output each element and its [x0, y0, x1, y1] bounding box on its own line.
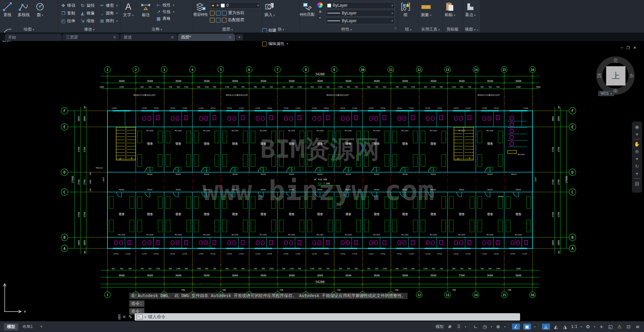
viewcube-east[interactable]: 东: [629, 73, 634, 79]
panel-draw-label[interactable]: 绘图▾: [0, 27, 58, 32]
text-tool[interactable]: A 文字▾: [121, 0, 136, 25]
measure-button[interactable]: 测量▾: [419, 0, 433, 25]
chevron-down-icon[interactable]: ▾: [636, 171, 638, 176]
color-wheel-icon[interactable]: [317, 2, 323, 8]
mirror-tool[interactable]: ◭镜像: [80, 10, 96, 16]
showmotion-icon[interactable]: ▤: [635, 181, 639, 186]
layer-select[interactable]: ● ☀ 0 ▾: [210, 2, 260, 9]
object-snap-tracking-icon[interactable]: ⊗: [495, 324, 501, 329]
rotate-tool[interactable]: ↻旋转: [80, 3, 96, 8]
steering-wheel-icon[interactable]: ◉: [635, 124, 639, 130]
chevron-down-icon[interactable]: ▾: [636, 132, 638, 137]
ortho-toggle-icon[interactable]: ∟: [473, 324, 479, 329]
chevron-down-icon[interactable]: ▾: [594, 325, 595, 328]
recent-commands-icon[interactable]: >_: [137, 314, 143, 320]
lineweight-select[interactable]: ByLayer▾: [326, 10, 395, 16]
panel-group-label[interactable]: 组▾: [398, 27, 418, 32]
close-icon[interactable]: ✕: [171, 34, 174, 41]
chevron-down-icon[interactable]: ▾: [534, 325, 536, 328]
panel-modify-label[interactable]: 修改▾: [58, 27, 121, 32]
dialog-launcher-icon[interactable]: ↘: [476, 28, 479, 31]
viewcube-top-face[interactable]: 上: [606, 66, 626, 86]
scale-tool[interactable]: ⇲缩放: [80, 18, 96, 24]
zoom-icon[interactable]: ⊕: [635, 149, 639, 154]
model-tab[interactable]: 模型: [4, 323, 18, 330]
file-tab-sanchengliang[interactable]: 三层梁✕: [62, 34, 120, 41]
wcs-selector[interactable]: WCS ▾: [598, 91, 614, 96]
command-input[interactable]: 键入命令: [148, 314, 166, 320]
fillet-tool[interactable]: ◞圆角▾: [99, 10, 119, 16]
chevron-down-icon[interactable]: ▾: [491, 325, 492, 328]
panel-block-label[interactable]: 块▾: [262, 27, 300, 32]
hardware-acceleration-warning-icon[interactable]: ⚠: [616, 324, 623, 329]
panel-layers-label[interactable]: 图层▾: [193, 27, 262, 32]
drag-handle-icon[interactable]: [118, 315, 121, 319]
file-tab-wuding[interactable]: 屋顶✕: [120, 34, 177, 41]
new-layout-button[interactable]: +: [37, 324, 46, 330]
close-icon[interactable]: ✕: [113, 34, 116, 41]
stretch-tool[interactable]: ◰拉伸: [61, 18, 77, 24]
customize-wrench-icon[interactable]: 🔧︎: [128, 315, 132, 319]
add-cleanscreen-icon[interactable]: +: [598, 324, 604, 329]
insert-block-button[interactable]: 插入▾: [262, 0, 277, 25]
chevron-down-icon[interactable]: ▾: [581, 325, 582, 328]
viewcube-west[interactable]: 西: [597, 73, 602, 79]
panel-utilities-label[interactable]: 实用工具▾: [419, 27, 442, 32]
annotation-autoscale-icon[interactable]: ◭: [553, 324, 559, 329]
isolate-objects-icon[interactable]: ◱: [607, 324, 613, 329]
move-tool[interactable]: ✥移动: [61, 3, 77, 8]
command-input-bar[interactable]: >_ ▾ 键入命令: [135, 313, 520, 321]
close-button[interactable]: ✕: [633, 46, 636, 50]
leader-tool[interactable]: ↗引线▾: [156, 9, 174, 15]
lineweight-icon[interactable]: ≡: [319, 9, 321, 14]
restore-button[interactable]: ❐: [627, 46, 630, 50]
polar-tracking-icon[interactable]: ◷: [482, 324, 488, 329]
panel-view-label[interactable]: 视图▾↘: [463, 27, 480, 32]
edit-attributes-button[interactable]: 编辑属性▾: [262, 41, 288, 47]
new-tab-button[interactable]: +: [236, 34, 243, 40]
group-button[interactable]: 组: [398, 0, 413, 25]
chevron-down-icon[interactable]: ▾: [145, 316, 146, 319]
viewcube[interactable]: 北 南 西 东 上: [595, 55, 636, 96]
dialog-launcher-icon[interactable]: ↘: [394, 27, 397, 30]
dimension-tool[interactable]: 标注: [137, 0, 154, 25]
panel-properties-label[interactable]: 特性▾↘: [300, 27, 398, 32]
panel-annotate-label[interactable]: 注释▾: [121, 27, 193, 32]
chevron-down-icon[interactable]: ▾: [42, 14, 43, 17]
chevron-down-icon[interactable]: ▾: [636, 156, 638, 161]
match-properties-button[interactable]: 特性匹配: [300, 0, 315, 25]
close-icon[interactable]: ✕: [229, 34, 232, 41]
layout1-tab[interactable]: 布局1: [19, 323, 36, 330]
snap-toggle-icon[interactable]: ⠿: [456, 324, 462, 329]
viewcube-north[interactable]: 北: [613, 58, 618, 64]
object-color-select[interactable]: ByLayer▾: [326, 2, 395, 9]
line-tool[interactable]: 直线: [0, 0, 15, 25]
model-space-toggle[interactable]: 模型: [436, 324, 444, 330]
chevron-down-icon[interactable]: ▾: [504, 325, 506, 328]
base-point-button[interactable]: 基点▾: [463, 0, 478, 25]
match-layer-button[interactable]: 匹配图层: [210, 17, 260, 23]
osnap-toggle-icon[interactable]: ∠: [512, 324, 520, 330]
minimize-button[interactable]: ─: [620, 46, 623, 50]
orbit-icon[interactable]: ↻: [635, 163, 639, 169]
layer-properties-button[interactable]: 图层特性: [193, 0, 209, 25]
array-tool[interactable]: ⊞阵列▾: [99, 18, 119, 24]
copy-tool[interactable]: ❐复制: [61, 10, 77, 16]
fullscreen-icon[interactable]: ⊡: [626, 324, 632, 329]
annotation-scale-icon[interactable]: ◮: [562, 324, 568, 329]
chevron-down-icon[interactable]: ▾: [465, 325, 466, 328]
polyline-tool[interactable]: 多段线: [16, 0, 31, 25]
close-command-icon[interactable]: ✕: [123, 315, 126, 319]
circle-tool[interactable]: 圆▾: [33, 0, 47, 25]
annotation-visibility-icon[interactable]: ◬: [542, 324, 550, 330]
grid-toggle-icon[interactable]: #: [447, 324, 453, 329]
menu-hamburger-icon[interactable]: ≡: [635, 324, 641, 329]
panel-clipboard-label[interactable]: 剪贴板: [443, 27, 463, 32]
customization-gear-icon[interactable]: ⚙: [585, 324, 591, 329]
set-current-layer-button[interactable]: 置为当前: [210, 10, 260, 16]
annotation-scale-value[interactable]: 1:1: [571, 324, 578, 329]
pan-icon[interactable]: ✋: [634, 141, 640, 147]
file-tab-start[interactable]: 开始: [5, 34, 62, 41]
linetype-icon[interactable]: ┅: [319, 16, 321, 19]
linetype-select[interactable]: ByLayer▾: [326, 17, 395, 24]
